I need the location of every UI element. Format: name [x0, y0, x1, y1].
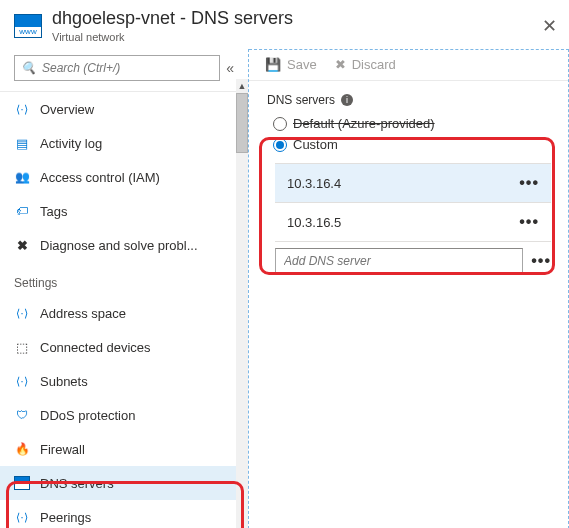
dns-server-row[interactable]: 10.3.16.4 •••: [275, 164, 551, 203]
page-title: dhgoelesp-vnet - DNS servers: [52, 8, 293, 29]
address-space-icon: [14, 305, 30, 321]
scrollbar-track[interactable]: [236, 93, 248, 528]
sidebar-item-dns-servers[interactable]: DNS servers: [0, 466, 248, 500]
more-icon[interactable]: •••: [519, 174, 539, 192]
search-placeholder: Search (Ctrl+/): [42, 61, 120, 75]
sidebar-item-label: Tags: [40, 204, 67, 219]
scrollbar-up-icon[interactable]: ▲: [236, 79, 248, 93]
subnets-icon: [14, 373, 30, 389]
discard-icon: ✖: [335, 57, 346, 72]
sidebar-item-tags[interactable]: Tags: [0, 194, 248, 228]
sidebar-item-diagnose[interactable]: Diagnose and solve probl...: [0, 228, 248, 262]
sidebar-item-label: Activity log: [40, 136, 102, 151]
dns-server-value: 10.3.16.5: [287, 215, 341, 230]
sidebar-item-overview[interactable]: Overview: [0, 92, 248, 126]
save-icon: 💾: [265, 57, 281, 72]
connected-devices-icon: [14, 339, 30, 355]
vnet-icon: [14, 14, 42, 38]
activity-log-icon: [14, 135, 30, 151]
sidebar-item-label: Connected devices: [40, 340, 151, 355]
dns-server-value: 10.3.16.4: [287, 176, 341, 191]
discard-button[interactable]: ✖ Discard: [335, 57, 396, 72]
dns-icon: [14, 475, 30, 491]
ddos-icon: [14, 407, 30, 423]
sidebar-item-label: Diagnose and solve probl...: [40, 238, 198, 253]
dns-server-row[interactable]: 10.3.16.5 •••: [275, 203, 551, 242]
search-icon: 🔍: [21, 61, 36, 75]
sidebar-item-label: Overview: [40, 102, 94, 117]
scrollbar-thumb[interactable]: [236, 93, 248, 153]
sidebar-item-subnets[interactable]: Subnets: [0, 364, 248, 398]
peerings-icon: [14, 509, 30, 525]
radio-default[interactable]: Default (Azure-provided): [267, 113, 551, 134]
add-dns-input[interactable]: [275, 248, 523, 274]
sidebar-item-address-space[interactable]: Address space: [0, 296, 248, 330]
save-button[interactable]: 💾 Save: [265, 57, 317, 72]
discard-label: Discard: [352, 57, 396, 72]
sidebar-section-settings: Settings: [0, 262, 248, 296]
resource-type-label: Virtual network: [52, 31, 293, 43]
collapse-sidebar-icon[interactable]: «: [226, 60, 234, 76]
radio-icon: [273, 117, 287, 131]
sidebar-item-label: Firewall: [40, 442, 85, 457]
radio-icon: [273, 138, 287, 152]
search-input[interactable]: 🔍 Search (Ctrl+/): [14, 55, 220, 81]
close-icon[interactable]: ✕: [542, 15, 557, 37]
sidebar-item-connected-devices[interactable]: Connected devices: [0, 330, 248, 364]
more-icon[interactable]: •••: [519, 213, 539, 231]
firewall-icon: [14, 441, 30, 457]
sidebar-item-label: Access control (IAM): [40, 170, 160, 185]
radio-custom-label: Custom: [293, 137, 338, 152]
radio-custom[interactable]: Custom: [267, 134, 551, 155]
iam-icon: [14, 169, 30, 185]
sidebar-item-label: Subnets: [40, 374, 88, 389]
dns-section-label: DNS servers: [267, 93, 335, 107]
save-label: Save: [287, 57, 317, 72]
sidebar-item-label: Peerings: [40, 510, 91, 525]
sidebar-item-label: DNS servers: [40, 476, 114, 491]
info-icon[interactable]: i: [341, 94, 353, 106]
radio-default-label: Default (Azure-provided): [293, 116, 435, 131]
sidebar-item-firewall[interactable]: Firewall: [0, 432, 248, 466]
sidebar-item-peerings[interactable]: Peerings: [0, 500, 248, 528]
sidebar-item-activity-log[interactable]: Activity log: [0, 126, 248, 160]
sidebar-item-label: Address space: [40, 306, 126, 321]
overview-icon: [14, 101, 30, 117]
tags-icon: [14, 203, 30, 219]
sidebar-item-label: DDoS protection: [40, 408, 135, 423]
sidebar-item-iam[interactable]: Access control (IAM): [0, 160, 248, 194]
more-icon[interactable]: •••: [531, 252, 551, 270]
sidebar-item-ddos[interactable]: DDoS protection: [0, 398, 248, 432]
diagnose-icon: [14, 237, 30, 253]
